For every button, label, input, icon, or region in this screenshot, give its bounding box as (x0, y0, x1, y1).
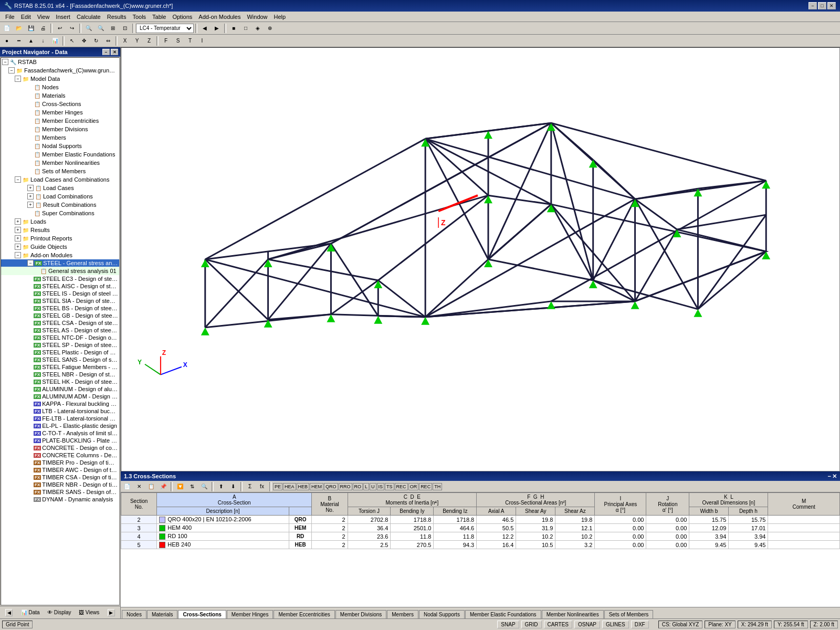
tree-steel-fatigue[interactable]: FX STEEL Fatigue Members - Fatigue (1, 363, 119, 371)
menu-options[interactable]: Options (169, 13, 195, 21)
tb2-iso[interactable]: I (196, 36, 208, 46)
tree-steel-sia[interactable]: FX STEEL SIA - Design of steel memb (1, 297, 119, 304)
tab-members[interactable]: Members (387, 610, 418, 618)
tab-member-elastic-foundations[interactable]: Member Elastic Foundations (465, 610, 541, 618)
panel-prev-btn[interactable]: ◀ (5, 609, 13, 616)
tb2-rotate[interactable]: ↻ (90, 36, 102, 46)
tb2-side[interactable]: S (172, 36, 184, 46)
tb2-dim-x[interactable]: X (119, 36, 131, 46)
tree-cross-sections[interactable]: 📋 Cross-Sections (1, 100, 119, 108)
expand-result-combinations[interactable]: + (27, 202, 34, 208)
tree-model-data[interactable]: − 📁 Model Data (1, 75, 119, 83)
tree-results[interactable]: + 📁 Results (1, 226, 119, 234)
menu-results[interactable]: Results (104, 13, 130, 21)
tree-kappa[interactable]: FX KAPPA - Flexural buckling analysi (1, 400, 119, 407)
panel-next-btn[interactable]: ▶ (108, 609, 115, 616)
tab-cross-sections[interactable]: Cross-Sections (178, 610, 226, 618)
tree-steel-plastic[interactable]: FX STEEL Plastic - Design of steel me (1, 349, 119, 356)
bt-delete[interactable]: ✕ (133, 481, 145, 492)
tree-steel-hk[interactable]: FX STEEL HK - Design of steel membe (1, 378, 119, 385)
tb-undo[interactable]: ↩ (54, 23, 66, 34)
tb-prev[interactable]: ◀ (199, 23, 211, 34)
bt-calc[interactable]: Σ (244, 481, 256, 492)
tree-el-pl[interactable]: FX EL-PL - Elastic-plastic design (1, 422, 119, 429)
tree-steel-aisc[interactable]: FX STEEL AISC - Design of steel meml (1, 282, 119, 290)
tb2-front[interactable]: F (160, 36, 172, 46)
tree-steel-sp[interactable]: FX STEEL SP - Design of steel membe (1, 341, 119, 349)
tree-member-divisions[interactable]: 📋 Member Divisions (1, 125, 119, 133)
expand-results[interactable]: + (15, 227, 21, 233)
tree-aluminum-adm[interactable]: FX ALUMINUM ADM - Design of alur (1, 393, 119, 400)
bt-fx[interactable]: fx (256, 481, 268, 492)
tree-fe-ltb[interactable]: FX FE-LTB - Lateral-torsional buckling (1, 415, 119, 422)
tb-new[interactable]: 📄 (1, 23, 13, 34)
tb2-node[interactable]: ● (1, 36, 13, 46)
tree-load-combinations[interactable]: + 📋 Load Combinations (1, 192, 119, 201)
tree-steel-as[interactable]: FX STEEL AS - Design of steel membe (1, 327, 119, 334)
tree-guide-objects[interactable]: + 📁 Guide Objects (1, 243, 119, 251)
expand-guide-objects[interactable]: + (15, 244, 21, 250)
tree-member-eccentricities[interactable]: 📋 Member Eccentricities (1, 117, 119, 125)
menu-view[interactable]: View (34, 13, 53, 21)
load-case-selector[interactable]: LC4 - Temperatur (136, 24, 194, 33)
expand-rstab[interactable]: − (2, 59, 8, 65)
tree-ltb[interactable]: FX LTB - Lateral-torsional buckling ar (1, 407, 119, 415)
tree-members[interactable]: 📋 Members (1, 133, 119, 142)
expand-load-cases[interactable]: + (27, 185, 34, 191)
tree-nodal-supports[interactable]: 📋 Nodal Supports (1, 142, 119, 150)
tree-root-rstab[interactable]: − 🔧 RSTAB (1, 58, 119, 66)
bt-filter[interactable]: 🔽 (174, 481, 186, 492)
panel-close-btn[interactable]: ✕ (111, 49, 118, 55)
tree-member-nonlinearities[interactable]: 📋 Member Nonlinearities (1, 159, 119, 167)
expand-load-cases-combos[interactable]: − (15, 176, 21, 183)
bt-copy[interactable]: 📋 (145, 481, 157, 492)
tb2-member[interactable]: ━ (13, 36, 25, 46)
status-osnap[interactable]: OSNAP (574, 621, 600, 628)
tree-timber-csa[interactable]: FX TIMBER CSA - Design of timber n (1, 474, 119, 481)
tree-concrete[interactable]: FX CONCRETE - Design of concrete n (1, 444, 119, 452)
tb-save[interactable]: 💾 (25, 23, 37, 34)
tb2-dim-z[interactable]: Z (143, 36, 155, 46)
menu-table[interactable]: Table (149, 13, 169, 21)
tb-open[interactable]: 📂 (13, 23, 25, 34)
tree-super-combinations[interactable]: 📋 Super Combinations (1, 209, 119, 217)
panel-display-btn[interactable]: 👁 Display (47, 610, 71, 615)
tree-timber-sans[interactable]: FX TIMBER SANS - Design of timber n (1, 488, 119, 496)
bt-export[interactable]: ⬇ (227, 481, 239, 492)
panel-views-btn[interactable]: 🖼 Views (79, 610, 99, 615)
bt-paste[interactable]: 📌 (158, 481, 169, 492)
tree-materials[interactable]: 📋 Materials (1, 91, 119, 100)
tree-timber-awc[interactable]: FX TIMBER AWC - Design of timber n (1, 466, 119, 474)
tb-section[interactable]: ⊕ (264, 23, 276, 34)
tb-render[interactable]: ■ (228, 23, 239, 34)
tb2-top[interactable]: T (184, 36, 196, 46)
status-cartes[interactable]: CARTES (544, 621, 572, 628)
tree-nodes[interactable]: 📋 Nodes (1, 83, 119, 91)
tb-zoom-out[interactable]: 🔍 (95, 23, 107, 34)
expand-addon-modules[interactable]: − (15, 252, 21, 258)
tb-redo[interactable]: ↪ (66, 23, 78, 34)
tree-plate-buckling[interactable]: FX PLATE-BUCKLING - Plate buckling (1, 437, 119, 444)
maximize-button[interactable]: □ (818, 2, 826, 9)
tree-timber-nbr[interactable]: FX TIMBER NBR - Design of timber n (1, 481, 119, 488)
tree-steel-gsa[interactable]: − FX STEEL - General stress analysis of (1, 259, 119, 267)
tree-steel-ntcdf[interactable]: FX STEEL NTC-DF - Design of steel m (1, 334, 119, 341)
tb2-support[interactable]: ▲ (25, 36, 37, 46)
menu-edit[interactable]: Edit (18, 13, 34, 21)
tab-member-nonlinearities[interactable]: Member Nonlinearities (542, 610, 604, 618)
panel-data-btn[interactable]: 📊 Data (21, 610, 40, 615)
tree-concrete-cols[interactable]: FX CONCRETE Columns - Design of c (1, 452, 119, 459)
tb-print[interactable]: 🖨 (37, 23, 49, 34)
tree-aluminum[interactable]: FX ALUMINUM - Design of aluminum (1, 385, 119, 393)
tb2-load[interactable]: ↓ (37, 36, 49, 46)
tab-nodal-supports[interactable]: Nodal Supports (419, 610, 465, 618)
tree-load-cases[interactable]: + 📋 Load Cases (1, 184, 119, 192)
tree-steel-csa[interactable]: FX STEEL CSA - Design of steel memb (1, 319, 119, 327)
tb-next[interactable]: ▶ (211, 23, 223, 34)
expand-project[interactable]: − (8, 67, 15, 74)
tab-sets-of-members[interactable]: Sets of Members (604, 610, 654, 618)
tree-sets-of-members[interactable]: 📋 Sets of Members (1, 167, 119, 175)
expand-loads[interactable]: + (15, 218, 21, 225)
close-button[interactable]: ✕ (827, 2, 836, 9)
tb-zoom-fit[interactable]: ⊞ (107, 23, 119, 34)
